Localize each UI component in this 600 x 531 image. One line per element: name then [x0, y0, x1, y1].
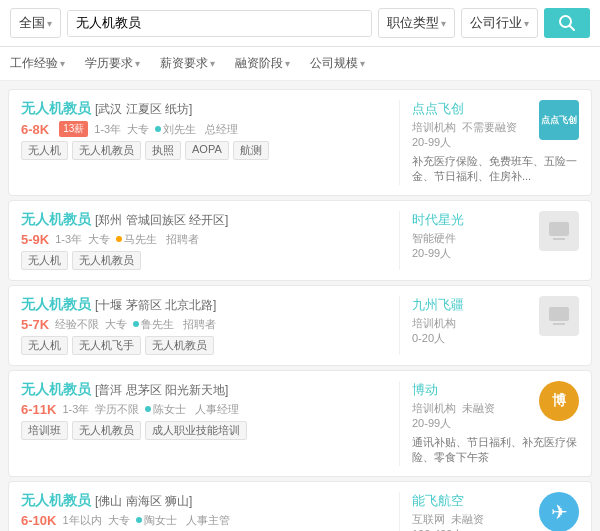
company-type: 培训机构: [412, 120, 456, 135]
contact-dot: [136, 517, 142, 523]
contact-dot: [155, 126, 161, 132]
filter-experience[interactable]: 工作经验 ▾: [10, 52, 65, 75]
filter-funding-arrow: ▾: [285, 58, 290, 69]
filter-education-arrow: ▾: [135, 58, 140, 69]
job-tag: 无人机教员: [145, 336, 214, 355]
company-size: 100-499人: [412, 527, 484, 531]
job-left: 无人机教员 [佛山 南海区 狮山] 6-10K 1年以内 大专 陶女士 人事主管…: [21, 492, 389, 531]
filter-company-size[interactable]: 公司规模 ▾: [310, 52, 365, 75]
filter-salary-arrow: ▾: [210, 58, 215, 69]
company-logo: ✈: [539, 492, 579, 531]
filter-education-label: 学历要求: [85, 55, 133, 72]
company-desc: 补充医疗保险、免费班车、五险一金、节日福利、住房补...: [412, 154, 579, 185]
filter-experience-label: 工作经验: [10, 55, 58, 72]
job-tag: 无人机教员: [72, 421, 141, 440]
search-bar: 全国 ▾ 职位类型 ▾ 公司行业 ▾: [0, 0, 600, 47]
job-card: 无人机教员 [十堰 茅箭区 北京北路] 5-7K 经验不限 大专 鲁先生 招聘者…: [8, 285, 592, 366]
company-size: 20-99人: [412, 246, 464, 261]
job-education: 学历不限: [95, 402, 139, 417]
company-industry-label: 公司行业: [470, 14, 522, 32]
company-size: 0-20人: [412, 331, 464, 346]
search-input-wrap: [67, 10, 372, 37]
job-salary: 5-9K: [21, 232, 49, 247]
job-salary: 5-7K: [21, 317, 49, 332]
filter-funding[interactable]: 融资阶段 ▾: [235, 52, 290, 75]
filter-salary-label: 薪资要求: [160, 55, 208, 72]
job-card: 无人机教员 [佛山 南海区 狮山] 6-10K 1年以内 大专 陶女士 人事主管…: [8, 481, 592, 531]
search-input[interactable]: [68, 11, 371, 36]
company-logo: [539, 211, 579, 251]
company-name[interactable]: 时代星光: [412, 211, 464, 229]
job-education: 大专: [105, 317, 127, 332]
job-title[interactable]: 无人机教员 [十堰 茅箭区 北京北路]: [21, 296, 216, 314]
job-tag: 成人职业技能培训: [145, 421, 247, 440]
region-select[interactable]: 全国 ▾: [10, 8, 61, 38]
job-salary: 6-10K: [21, 513, 56, 528]
contact-dot: [145, 406, 151, 412]
position-type-filter[interactable]: 职位类型 ▾: [378, 8, 455, 38]
company-fund: 未融资: [451, 512, 484, 527]
job-experience: 1年以内: [62, 513, 101, 528]
job-left: 无人机教员 [普洱 思茅区 阳光新天地] 6-11K 1-3年 学历不限 陈女士…: [21, 381, 389, 466]
job-contact: 马先生 招聘者: [116, 232, 199, 247]
job-right: 博动 培训机构 未融资 20-99人 博 通讯补贴、节日福利、补充医疗保险、零食…: [399, 381, 579, 466]
job-tag: 无人机: [21, 251, 68, 270]
job-title-row: 无人机教员 [武汉 江夏区 纸坊]: [21, 100, 389, 118]
job-title-row: 无人机教员 [郑州 管城回族区 经开区]: [21, 211, 389, 229]
job-tag: 无人机飞手: [72, 336, 141, 355]
job-tags: 无人机无人机教员: [21, 251, 389, 270]
company-logo: 点点飞创: [539, 100, 579, 140]
filter-bar: 工作经验 ▾ 学历要求 ▾ 薪资要求 ▾ 融资阶段 ▾ 公司规模 ▾: [0, 47, 600, 81]
position-type-arrow: ▾: [441, 18, 446, 29]
job-experience: 1-3年: [62, 402, 89, 417]
filter-education[interactable]: 学历要求 ▾: [85, 52, 140, 75]
job-salary: 6-8K: [21, 122, 49, 137]
region-arrow: ▾: [47, 18, 52, 29]
job-title-row: 无人机教员 [佛山 南海区 狮山]: [21, 492, 389, 510]
job-tag: 无人机: [21, 141, 68, 160]
job-title[interactable]: 无人机教员 [普洱 思茅区 阳光新天地]: [21, 381, 228, 399]
job-title[interactable]: 无人机教员 [武汉 江夏区 纸坊]: [21, 100, 192, 118]
company-industry-filter[interactable]: 公司行业 ▾: [461, 8, 538, 38]
job-experience: 1-3年: [55, 232, 82, 247]
job-contact: 鲁先生 招聘者: [133, 317, 216, 332]
search-button[interactable]: [544, 8, 590, 38]
job-left: 无人机教员 [郑州 管城回族区 经开区] 5-9K 1-3年 大专 马先生 招聘…: [21, 211, 389, 270]
job-contact: 刘先生 总经理: [155, 122, 238, 137]
job-title[interactable]: 无人机教员 [郑州 管城回族区 经开区]: [21, 211, 228, 229]
job-tag: 无人机: [21, 336, 68, 355]
company-logo: [539, 296, 579, 336]
company-type: 互联网: [412, 512, 445, 527]
job-education: 大专: [108, 513, 130, 528]
job-tag: 培训班: [21, 421, 68, 440]
company-type: 培训机构: [412, 401, 456, 416]
company-name[interactable]: 能飞航空: [412, 492, 484, 510]
job-right: 九州飞疆 培训机构 0-20人: [399, 296, 579, 355]
company-size: 20-99人: [412, 135, 517, 150]
company-type: 智能硬件: [412, 231, 456, 246]
job-experience: 经验不限: [55, 317, 99, 332]
company-fund: 不需要融资: [462, 120, 517, 135]
job-tag: AOPA: [185, 141, 229, 160]
filter-experience-arrow: ▾: [60, 58, 65, 69]
job-title[interactable]: 无人机教员 [佛山 南海区 狮山]: [21, 492, 192, 510]
company-name[interactable]: 博动: [412, 381, 495, 399]
job-tag: 航测: [233, 141, 269, 160]
region-label: 全国: [19, 14, 45, 32]
search-icon: [558, 14, 576, 32]
company-logo: 博: [539, 381, 579, 421]
job-tag: 无人机教员: [72, 141, 141, 160]
job-right: 能飞航空 互联网 未融资 100-499人 ✈ 节日福利、带薪年假、通讯补贴、餐…: [399, 492, 579, 531]
svg-rect-4: [549, 307, 569, 321]
contact-dot: [133, 321, 139, 327]
company-name[interactable]: 九州飞疆: [412, 296, 464, 314]
svg-line-1: [570, 26, 575, 31]
svg-rect-3: [553, 238, 565, 240]
filter-salary[interactable]: 薪资要求 ▾: [160, 52, 215, 75]
job-list: 无人机教员 [武汉 江夏区 纸坊] 6-8K 13薪 1-3年 大专 刘先生 总…: [0, 81, 600, 531]
company-desc: 通讯补贴、节日福利、补充医疗保险、零食下午茶: [412, 435, 579, 466]
job-tags: 无人机无人机教员执照AOPA航测: [21, 141, 389, 160]
job-left: 无人机教员 [武汉 江夏区 纸坊] 6-8K 13薪 1-3年 大专 刘先生 总…: [21, 100, 389, 185]
job-right: 点点飞创 培训机构 不需要融资 20-99人 点点飞创 补充医疗保险、免费班车、…: [399, 100, 579, 185]
company-name[interactable]: 点点飞创: [412, 100, 517, 118]
